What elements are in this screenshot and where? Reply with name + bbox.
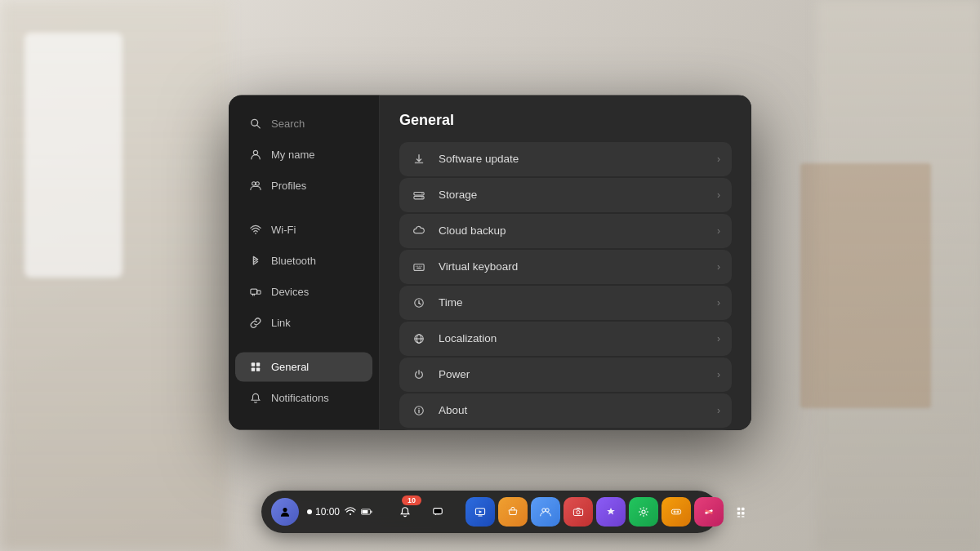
menu-item-regulatory[interactable]: Regulatory ›: [399, 429, 732, 429]
bell-icon: [248, 390, 263, 405]
sidebar-item-search[interactable]: Search: [235, 109, 372, 138]
chevron-icon: ›: [717, 153, 720, 164]
sidebar-notifications-label: Notifications: [271, 392, 329, 404]
power-label: Power: [439, 368, 706, 380]
sidebar-item-notifications[interactable]: Notifications: [235, 383, 372, 412]
taskbar-status: 10:00: [302, 506, 377, 518]
svg-point-26: [421, 193, 422, 193]
bluetooth-icon: [248, 253, 263, 268]
sidebar-item-devices[interactable]: Devices: [235, 277, 372, 306]
settings-main-content: General Software update › Storage › Clou…: [380, 95, 751, 429]
storage-icon: [411, 186, 427, 202]
svg-point-42: [418, 407, 419, 408]
svg-rect-7: [257, 290, 261, 293]
wifi-icon: [248, 222, 263, 237]
taskbar-avatar[interactable]: [271, 498, 299, 526]
svg-rect-23: [415, 162, 424, 163]
taskbar-app-people[interactable]: [531, 497, 560, 527]
info-icon: [411, 402, 427, 418]
taskbar-app-vr[interactable]: [662, 497, 691, 527]
svg-point-61: [677, 511, 679, 513]
menu-item-power[interactable]: Power ›: [399, 357, 732, 391]
storage-label: Storage: [439, 189, 706, 201]
cloud-icon: [411, 222, 427, 238]
chevron-icon: ›: [717, 296, 720, 308]
sidebar-search-label: Search: [271, 118, 305, 130]
taskbar-app-purple[interactable]: [596, 497, 626, 527]
svg-line-36: [419, 303, 421, 304]
chevron-icon: ›: [717, 224, 720, 236]
taskbar-app-settings[interactable]: [629, 497, 658, 527]
sidebar-general-label: General: [271, 361, 309, 373]
svg-rect-12: [252, 367, 255, 371]
svg-rect-13: [256, 367, 260, 371]
taskbar-app-beatsaber[interactable]: [694, 497, 724, 527]
taskbar-app-camera[interactable]: [564, 497, 593, 527]
svg-rect-68: [742, 512, 745, 515]
link-icon: [248, 315, 263, 330]
svg-rect-10: [252, 362, 255, 366]
wifi-status-icon: [345, 506, 356, 518]
chevron-icon: ›: [717, 189, 720, 200]
chevron-icon: ›: [717, 404, 720, 415]
taskbar-dot: [307, 509, 312, 514]
cloud-backup-label: Cloud backup: [439, 224, 706, 237]
svg-marker-53: [479, 510, 483, 513]
svg-rect-66: [742, 508, 745, 511]
sidebar-myname-label: My name: [271, 149, 314, 161]
svg-point-58: [642, 510, 645, 513]
menu-item-about[interactable]: About ›: [399, 393, 732, 427]
svg-rect-48: [362, 510, 368, 513]
svg-rect-50: [434, 509, 443, 514]
about-label: About: [439, 404, 706, 416]
sidebar-devices-label: Devices: [271, 286, 309, 298]
taskbar-time: 10:00: [315, 506, 340, 518]
svg-point-60: [674, 511, 676, 513]
sidebar-profiles-label: Profiles: [271, 180, 306, 192]
menu-item-time[interactable]: Time ›: [399, 285, 732, 319]
taskbar-app-store[interactable]: [498, 497, 528, 527]
keyboard-icon: [411, 258, 427, 274]
sidebar-item-profiles[interactable]: Profiles: [235, 171, 372, 200]
svg-rect-11: [256, 362, 260, 366]
svg-point-27: [421, 196, 422, 197]
svg-rect-56: [573, 509, 582, 516]
settings-sidebar: Search My name Profiles Wi-Fi: [229, 95, 380, 429]
globe-icon: [411, 330, 427, 346]
general-icon: [248, 359, 263, 374]
svg-rect-6: [251, 289, 257, 294]
sidebar-item-wifi[interactable]: Wi-Fi: [235, 215, 372, 244]
sidebar-wifi-label: Wi-Fi: [271, 224, 296, 236]
settings-window: Search My name Profiles Wi-Fi: [229, 95, 751, 429]
sidebar-link-label: Link: [271, 317, 291, 329]
sidebar-item-link[interactable]: Link: [235, 308, 372, 337]
battery-icon: [361, 506, 372, 518]
menu-item-virtual-keyboard[interactable]: Virtual keyboard ›: [399, 249, 732, 283]
software-update-label: Software update: [439, 153, 706, 165]
chevron-icon: ›: [717, 260, 720, 272]
svg-point-45: [283, 508, 287, 512]
svg-rect-28: [414, 264, 424, 270]
taskbar-grid-button[interactable]: [727, 497, 756, 527]
power-icon: [411, 366, 427, 382]
sidebar-item-bluetooth[interactable]: Bluetooth: [235, 246, 372, 275]
menu-item-software-update[interactable]: Software update ›: [399, 141, 732, 176]
search-icon: [248, 116, 263, 131]
taskbar: 10:00: [261, 491, 719, 533]
svg-point-55: [546, 509, 549, 512]
bg-shelf: [800, 163, 931, 408]
svg-rect-49: [371, 511, 372, 513]
taskbar-notifications[interactable]: [390, 497, 420, 527]
page-title: General: [399, 111, 732, 128]
localization-label: Localization: [439, 332, 706, 344]
sidebar-item-myname[interactable]: My name: [235, 140, 372, 169]
taskbar-app-tv[interactable]: [466, 497, 495, 527]
menu-item-storage[interactable]: Storage ›: [399, 177, 732, 211]
svg-point-54: [542, 509, 546, 512]
taskbar-messages[interactable]: [423, 497, 452, 527]
sidebar-item-environment[interactable]: Environment setup: [235, 427, 372, 429]
menu-item-localization[interactable]: Localization ›: [399, 321, 732, 355]
svg-rect-65: [737, 508, 741, 511]
sidebar-item-general[interactable]: General: [235, 352, 372, 381]
menu-item-cloud-backup[interactable]: Cloud backup ›: [399, 213, 732, 247]
